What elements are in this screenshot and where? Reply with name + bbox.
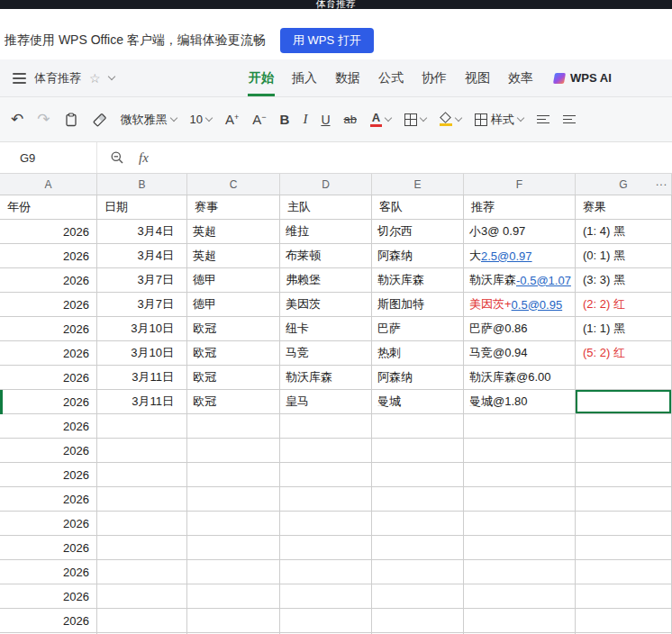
cell-C2[interactable]: 英超 [187,220,280,244]
cell-D3[interactable]: 布莱顿 [280,244,372,268]
cell-C5[interactable]: 德甲 [187,293,280,317]
cell-B9[interactable]: 3月11日 [97,390,187,414]
cell-G5[interactable]: (2: 2) 红 [576,293,672,317]
cell-G13[interactable] [576,487,672,512]
cell-D7[interactable]: 马竞 [280,341,372,366]
cell-C12[interactable] [187,463,280,487]
cell-C7[interactable]: 欧冠 [187,341,280,366]
cell-E17[interactable] [372,584,464,609]
font-color-button[interactable]: A [370,112,391,127]
cell-D1[interactable]: 主队 [280,195,372,220]
cell-A6[interactable]: 2026 [0,317,97,341]
cell-G10[interactable] [576,414,672,439]
cell-F13[interactable] [464,487,576,512]
underline-button[interactable]: U [321,113,330,127]
cell-F6[interactable]: 巴萨@0.86 [464,317,576,341]
cell-E8[interactable]: 阿森纳 [372,366,464,390]
cell-F11[interactable] [464,439,576,463]
bold-button[interactable]: B [280,112,290,127]
cell-E14[interactable] [372,512,464,536]
cell-C16[interactable] [187,560,280,584]
cell-C17[interactable] [187,584,280,609]
more-columns-button[interactable]: ... [656,176,667,188]
cell-D13[interactable] [280,487,372,512]
cell-F7[interactable]: 马竞@0.94 [464,341,576,366]
cell-D2[interactable]: 维拉 [280,220,372,244]
italic-button[interactable]: I [303,112,307,127]
cell-C14[interactable] [187,512,280,536]
cell-E3[interactable]: 阿森纳 [372,244,464,268]
cell-G12[interactable] [576,463,672,487]
cell-E7[interactable]: 热刺 [372,341,464,366]
cell-A12[interactable]: 2026 [0,463,97,487]
cell-D4[interactable]: 弗赖堡 [280,268,372,293]
column-header-B[interactable]: B [97,174,187,195]
cell-D14[interactable] [280,512,372,536]
cell-F16[interactable] [464,560,576,584]
cell-A5[interactable]: 2026 [0,293,97,317]
cell-C13[interactable] [187,487,280,512]
cell-C11[interactable] [187,439,280,463]
cell-D6[interactable]: 纽卡 [280,317,372,341]
cell-B5[interactable]: 3月7日 [97,293,187,317]
cell-A8[interactable]: 2026 [0,366,97,390]
cell-F18[interactable] [464,609,576,633]
cell-G2[interactable]: (1: 4) 黑 [576,220,672,244]
cell-E6[interactable]: 巴萨 [372,317,464,341]
cell-A17[interactable]: 2026 [0,584,97,609]
cell-E16[interactable] [372,560,464,584]
cell-F14[interactable] [464,512,576,536]
cell-D9[interactable]: 皇马 [280,390,372,414]
redo-button[interactable]: ↷ [37,112,50,127]
cell-E11[interactable] [372,439,464,463]
cell-G8[interactable] [576,366,672,390]
cell-B18[interactable] [97,609,187,633]
favorite-star-icon[interactable]: ☆ [89,71,101,86]
cell-B16[interactable] [97,560,187,584]
wps-ai-button[interactable]: WPS AI [554,71,612,85]
cell-F12[interactable] [464,463,576,487]
title-chevron-down-icon[interactable] [107,72,114,79]
font-name-select[interactable]: 微软雅黑 [121,112,177,128]
cell-F1[interactable]: 推荐 [464,195,576,220]
cell-A7[interactable]: 2026 [0,341,97,366]
cell-A16[interactable]: 2026 [0,560,97,584]
cell-B17[interactable] [97,584,187,609]
cell-G4[interactable]: (3: 3) 黑 [576,268,672,293]
cell-B11[interactable] [97,439,187,463]
cell-E12[interactable] [372,463,464,487]
cell-E15[interactable] [372,536,464,560]
cell-A1[interactable]: 年份 [0,195,97,220]
cell-B10[interactable] [97,414,187,439]
cell-E10[interactable] [372,414,464,439]
cell-A2[interactable]: 2026 [0,220,97,244]
cell-F4[interactable]: 勒沃库森-0.5@1.07 [464,268,576,293]
column-header-E[interactable]: E [372,174,464,195]
paste-button[interactable] [64,113,78,127]
cell-F3[interactable]: 大2.5@0.97 [464,244,576,268]
column-header-F[interactable]: F [464,174,576,195]
cell-C15[interactable] [187,536,280,560]
cell-G6[interactable]: (1: 1) 黑 [576,317,672,341]
cell-D10[interactable] [280,414,372,439]
cell-C3[interactable]: 英超 [187,244,280,268]
tab-efficiency[interactable]: 效率 [507,59,534,96]
cell-A11[interactable]: 2026 [0,439,97,463]
cell-C6[interactable]: 欧冠 [187,317,280,341]
cell-C9[interactable]: 欧冠 [187,390,280,414]
wrap-text-button[interactable] [563,115,576,124]
cell-E9[interactable]: 曼城 [372,390,464,414]
tab-collaboration[interactable]: 协作 [421,59,448,96]
cell-B2[interactable]: 3月4日 [97,220,187,244]
cell-C4[interactable]: 德甲 [187,268,280,293]
cell-B8[interactable]: 3月11日 [97,366,187,390]
tab-view[interactable]: 视图 [464,59,491,96]
cell-E5[interactable]: 斯图加特 [372,293,464,317]
increase-font-button[interactable]: A+ [225,112,239,127]
align-button[interactable] [537,115,549,124]
decrease-font-button[interactable]: A− [252,112,266,127]
cell-D11[interactable] [280,439,372,463]
cell-F15[interactable] [464,536,576,560]
cell-G15[interactable] [576,536,672,560]
cell-A14[interactable]: 2026 [0,512,97,536]
